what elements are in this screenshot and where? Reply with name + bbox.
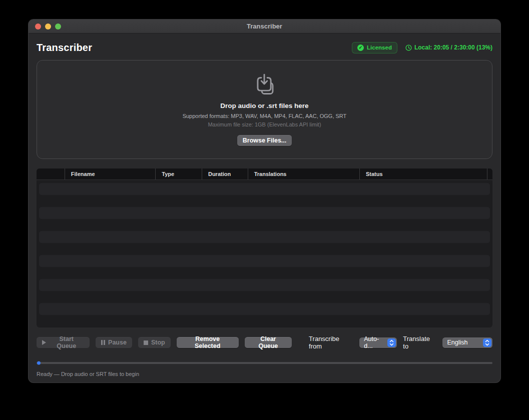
usage-text: Local: 20:05 / 2:30:00 (13%)	[414, 44, 492, 51]
checkmark-seal-icon: ✓	[357, 44, 364, 51]
clock-icon	[405, 44, 412, 51]
page-title: Transcriber	[37, 42, 92, 54]
start-queue-button[interactable]: Start Queue	[37, 337, 90, 348]
stop-label: Stop	[151, 339, 165, 346]
column-header-status[interactable]: Status	[360, 168, 487, 180]
progress-indicator	[37, 362, 41, 365]
zoom-button[interactable]	[55, 24, 61, 30]
pause-label: Pause	[108, 339, 127, 346]
stop-button[interactable]: Stop	[138, 337, 171, 348]
translate-to-label: Translate to	[403, 335, 436, 350]
download-tray-icon	[253, 73, 276, 96]
close-button[interactable]	[35, 24, 41, 30]
usage-indicator: Local: 20:05 / 2:30:00 (13%)	[405, 44, 492, 51]
status-message: Ready — Drop audio or SRT files to begin	[37, 371, 492, 377]
chevron-up-down-icon	[387, 338, 396, 347]
column-header-filename[interactable]: Filename	[65, 168, 156, 180]
table-row	[39, 255, 490, 267]
minimize-button[interactable]	[45, 24, 51, 30]
column-header-translations[interactable]: Translations	[248, 168, 360, 180]
column-header-type[interactable]: Type	[156, 168, 202, 180]
transcribe-from-value: Auto-d...	[364, 336, 384, 350]
dropzone-formats: Supported formats: MP3, WAV, M4A, MP4, F…	[183, 113, 347, 119]
chevron-up-down-icon	[483, 338, 491, 347]
pause-button[interactable]: Pause	[96, 337, 132, 348]
table-row	[39, 303, 490, 315]
stop-icon	[144, 340, 148, 345]
column-header-select	[37, 168, 65, 180]
browse-files-button[interactable]: Browse Files...	[237, 135, 292, 146]
column-header-duration[interactable]: Duration	[202, 168, 248, 180]
table-row	[39, 231, 490, 243]
progress-bar	[37, 362, 492, 364]
translate-to-select[interactable]: English	[442, 338, 492, 348]
table-row	[39, 279, 490, 291]
remove-selected-button[interactable]: Remove Selected	[177, 337, 239, 348]
table-header: FilenameTypeDurationTranslationsStatus	[37, 168, 492, 180]
file-drop-zone[interactable]: Drop audio or .srt files here Supported …	[37, 60, 492, 159]
column-header-spacer	[487, 168, 492, 180]
transcribe-from-select[interactable]: Auto-d...	[359, 338, 397, 348]
window-controls	[35, 20, 61, 33]
title-bar[interactable]: Transcriber	[29, 20, 500, 34]
pause-icon	[101, 340, 106, 345]
queue-table: FilenameTypeDurationTranslationsStatus	[37, 168, 492, 328]
clear-queue-button[interactable]: Clear Queue	[245, 337, 292, 348]
app-window: Transcriber Transcriber ✓ Licensed Local…	[28, 19, 501, 383]
window-title: Transcriber	[247, 22, 282, 30]
licensed-badge: ✓ Licensed	[352, 42, 397, 54]
transcribe-from-label: Transcribe from	[309, 335, 353, 350]
dropzone-title: Drop audio or .srt files here	[220, 102, 308, 110]
translate-to-value: English	[447, 339, 480, 346]
dropzone-max-size: Maximum file size: 1GB (ElevenLabs API l…	[208, 122, 321, 128]
start-queue-label: Start Queue	[49, 336, 84, 350]
licensed-badge-label: Licensed	[367, 44, 392, 50]
table-row	[39, 183, 490, 195]
table-row	[39, 207, 490, 219]
play-icon	[42, 340, 46, 345]
queue-toolbar: Start Queue Pause Stop Remove Selected C…	[37, 335, 492, 350]
